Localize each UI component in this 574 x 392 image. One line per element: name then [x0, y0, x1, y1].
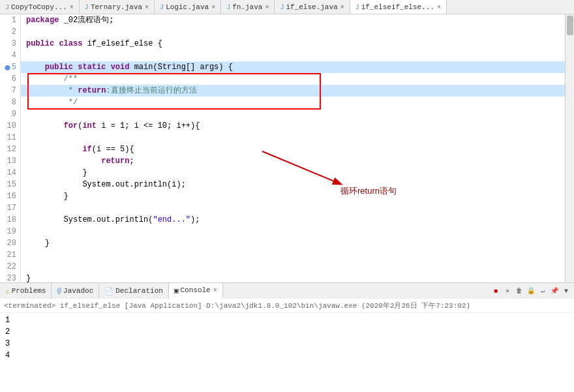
line-num-22: 22 — [3, 261, 16, 273]
code-line-21 — [21, 249, 565, 261]
tab-copytocopy[interactable]: J CopyToCopy... × — [0, 0, 80, 14]
code-lines: 循环return语句 package _02流程语句; public class… — [21, 14, 565, 282]
code-line-5: public static void main(String[] args) { — [21, 61, 565, 73]
remove-terminated-button[interactable]: ✕ — [502, 286, 513, 296]
java-icon: J — [226, 4, 230, 11]
tab-declaration[interactable]: 📄 Declaration — [99, 283, 169, 299]
line-num-1: 1 — [3, 14, 16, 26]
clear-console-button[interactable]: 🗑 — [514, 286, 524, 296]
line-num-13: 13 — [3, 155, 16, 167]
bottom-tab-bar: ⚠ Problems @ Javadoc 📄 Declaration ▣ Con… — [0, 283, 574, 299]
tab-close-icon[interactable]: × — [211, 4, 215, 11]
console-terminated-line: <terminated> if_elseif_else [Java Applic… — [0, 299, 574, 313]
line-num-11: 11 — [3, 132, 16, 143]
java-icon: J — [5, 4, 9, 11]
line-num-2: 2 — [3, 26, 16, 38]
code-line-15: System.out.println(i); — [21, 179, 565, 190]
line-num-16: 16 — [3, 190, 16, 202]
line-num-18: 18 — [3, 214, 16, 226]
tab-javadoc[interactable]: @ Javadoc — [52, 283, 99, 299]
tab-close-icon[interactable]: × — [265, 4, 269, 11]
code-line-2 — [21, 26, 565, 38]
code-line-23: } — [21, 273, 565, 282]
problems-icon: ⚠ — [5, 287, 10, 295]
code-line-7: * return:直接终止当前运行的方法 — [21, 85, 565, 97]
code-line-20: } — [21, 237, 565, 249]
editor-tab-bar: J CopyToCopy... × J Ternary.java × J Log… — [0, 0, 574, 14]
tab-ternary[interactable]: J Ternary.java × — [80, 0, 155, 14]
code-line-22 — [21, 261, 565, 273]
line-num-15: 15 — [3, 179, 16, 190]
code-line-12: if(i == 5){ — [21, 143, 565, 155]
code-line-16: } — [21, 190, 565, 202]
line-num-21: 21 — [3, 249, 16, 261]
line-num-23: 23 — [3, 273, 16, 282]
scroll-lock-button[interactable]: 🔒 — [526, 286, 536, 296]
code-line-17 — [21, 202, 565, 214]
code-line-4 — [21, 50, 565, 61]
line-num-8: 8 — [3, 97, 16, 108]
code-line-3: public class if_elseif_else { — [21, 38, 565, 50]
code-line-11 — [21, 132, 565, 143]
code-line-13: return; — [21, 155, 565, 167]
declaration-icon: 📄 — [104, 287, 113, 295]
code-line-18: System.out.println("end..."); — [21, 214, 565, 226]
line-num-4: 4 — [3, 50, 16, 61]
javadoc-icon: @ — [57, 287, 61, 295]
line-num-14: 14 — [3, 167, 16, 179]
scrollbar-thumb[interactable] — [567, 16, 573, 35]
tab-fn[interactable]: J fn.java × — [221, 0, 275, 14]
tab-close-icon[interactable]: × — [70, 4, 74, 11]
code-line-8: */ — [21, 97, 565, 108]
tab-if-elseif-else[interactable]: J if_elseif_else... × — [350, 0, 447, 14]
console-output-line-1: 1 — [5, 314, 569, 326]
tab-close-icon[interactable]: × — [340, 4, 344, 11]
pin-console-button[interactable]: 📌 — [549, 286, 560, 296]
tab-close-icon[interactable]: × — [145, 4, 149, 11]
code-line-10: for(int i = 1; i <= 10; i++){ — [21, 120, 565, 132]
line-num-3: 3 — [3, 38, 16, 50]
line-num-20: 20 — [3, 237, 16, 249]
java-icon: J — [160, 4, 164, 11]
console-action-buttons: ■ ✕ 🗑 🔒 ↵ 📌 ▼ — [491, 286, 574, 296]
word-wrap-button[interactable]: ↵ — [537, 286, 548, 296]
line-num-5: 5 — [3, 61, 16, 73]
code-content[interactable]: 循环return语句 package _02流程语句; public class… — [21, 14, 565, 282]
line-num-7: 7 — [3, 85, 16, 97]
line-num-9: 9 — [3, 108, 16, 120]
code-line-6: /** — [21, 73, 565, 85]
vertical-scrollbar[interactable] — [565, 14, 574, 282]
bottom-panel: ⚠ Problems @ Javadoc 📄 Declaration ▣ Con… — [0, 282, 574, 392]
terminate-button[interactable]: ■ — [491, 286, 501, 296]
java-icon: J — [355, 4, 359, 11]
java-icon: J — [280, 4, 284, 11]
line-num-6: 6 — [3, 73, 16, 85]
line-num-19: 19 — [3, 226, 16, 237]
code-line-14: } — [21, 167, 565, 179]
tab-logic[interactable]: J Logic.java × — [155, 0, 221, 14]
tab-problems[interactable]: ⚠ Problems — [0, 283, 52, 299]
tab-if-else[interactable]: J if_else.java × — [275, 0, 350, 14]
console-output[interactable]: 1 2 3 4 — [0, 313, 574, 392]
code-line-9 — [21, 108, 565, 120]
tab-console[interactable]: ▣ Console × — [169, 283, 223, 299]
console-icon: ▣ — [174, 286, 179, 295]
console-output-line-2: 2 — [5, 326, 569, 338]
code-line-19 — [21, 226, 565, 237]
line-numbers: 1 2 3 4 5 6 7 8 9 10 11 12 13 14 15 16 1… — [0, 14, 21, 282]
line-num-17: 17 — [3, 202, 16, 214]
console-close-icon[interactable]: × — [213, 287, 217, 294]
view-menu-button[interactable]: ▼ — [561, 286, 571, 296]
console-output-line-3: 3 — [5, 338, 569, 350]
console-output-line-4: 4 — [5, 350, 569, 361]
tab-close-icon[interactable]: × — [437, 4, 441, 11]
line-num-10: 10 — [3, 120, 16, 132]
code-line-1: package _02流程语句; — [21, 14, 565, 26]
line-num-12: 12 — [3, 143, 16, 155]
java-icon: J — [85, 4, 89, 11]
editor-area: 1 2 3 4 5 6 7 8 9 10 11 12 13 14 15 16 1… — [0, 14, 574, 282]
